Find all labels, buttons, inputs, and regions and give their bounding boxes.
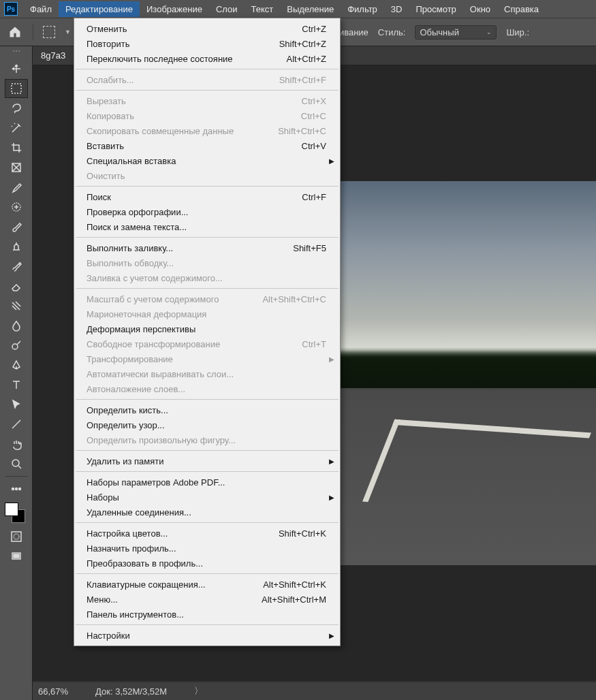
edit-toolbar-icon[interactable]	[5, 479, 28, 498]
menu-изображение[interactable]: Изображение	[140, 1, 209, 17]
home-icon[interactable]	[7, 24, 23, 40]
menu-справка[interactable]: Справка	[497, 1, 546, 17]
color-swatches[interactable]	[5, 503, 25, 523]
menu-item-масштаб-с-учетом-содержимого: Масштаб с учетом содержимогоAlt+Shift+Ct…	[74, 291, 340, 306]
hand-tool[interactable]	[5, 434, 28, 454]
style-select[interactable]: Обычный ⌄	[415, 25, 497, 39]
menu-item-автоматически-выравнивать-слои-: Автоматически выравнивать слои...	[74, 366, 340, 381]
menu-item-label: Определить узор...	[87, 420, 165, 430]
menu-item-удалить-из-памяти[interactable]: Удалить из памяти▶	[74, 454, 340, 468]
menu-item-меню-[interactable]: Меню...Alt+Shift+Ctrl+M	[74, 592, 340, 607]
menu-item-label: Выполнить обводку...	[87, 258, 174, 268]
menu-item-label: Марионеточная деформация	[87, 309, 206, 319]
menu-item-label: Назначить профиль...	[87, 543, 176, 554]
menu-item-отменить[interactable]: ОтменитьCtrl+Z	[74, 21, 340, 36]
dodge-tool[interactable]	[5, 336, 28, 355]
menu-item-настройка-цветов-[interactable]: Настройка цветов...Shift+Ctrl+K	[74, 526, 340, 541]
menu-выделение[interactable]: Выделение	[280, 1, 341, 17]
frame-tool[interactable]	[5, 158, 28, 177]
menu-item-label: Наборы	[87, 492, 119, 503]
menu-item-копировать: КопироватьCtrl+C	[74, 108, 340, 123]
path-selection-tool[interactable]	[5, 395, 28, 414]
menu-item-назначить-профиль-[interactable]: Назначить профиль...	[74, 541, 340, 556]
menu-item-выполнить-заливку-[interactable]: Выполнить заливку...Shift+F5	[74, 240, 340, 255]
menu-item-shortcut: Ctrl+V	[302, 141, 326, 151]
eraser-tool[interactable]	[5, 276, 28, 296]
menu-item-клавиатурные-сокращения-[interactable]: Клавиатурные сокращения...Alt+Shift+Ctrl…	[74, 577, 340, 592]
line-tool[interactable]	[5, 415, 28, 434]
menu-item-shortcut: Shift+Ctrl+C	[278, 126, 326, 136]
menu-item-проверка-орфографии-[interactable]: Проверка орфографии...	[74, 204, 340, 219]
lasso-tool[interactable]	[5, 99, 28, 118]
svg-point-4	[12, 460, 19, 466]
menu-item-shortcut: Ctrl+T	[302, 339, 326, 349]
menu-separator	[76, 237, 339, 238]
panel-grip[interactable]	[6, 50, 27, 54]
menu-item-переключить-последнее-состояние[interactable]: Переключить последнее состояниеAlt+Ctrl+…	[74, 51, 340, 66]
menu-item-label: Проверка орфографии...	[87, 207, 188, 217]
menu-item-панель-инструментов-[interactable]: Панель инструментов...	[74, 607, 340, 622]
menu-item-ослабить-: Ослабить...Shift+Ctrl+F	[74, 72, 340, 87]
menu-item-определить-кисть-[interactable]: Определить кисть...	[74, 402, 340, 417]
menu-просмотр[interactable]: Просмотр	[409, 1, 462, 17]
menu-item-shortcut: Shift+F5	[293, 243, 326, 253]
blur-tool[interactable]	[5, 316, 28, 335]
document-image	[341, 181, 596, 565]
doc-size[interactable]: Док: 3,52M/3,52M	[95, 686, 167, 697]
screen-mode-icon[interactable]	[5, 547, 28, 566]
menu-3d[interactable]: 3D	[384, 1, 409, 17]
menu-item-специальная-вставка[interactable]: Специальная вставка▶	[74, 153, 340, 168]
move-tool[interactable]	[5, 59, 28, 78]
zoom-level[interactable]: 66,67%	[38, 686, 68, 697]
menu-item-наборы-параметров-adobe-pdf-[interactable]: Наборы параметров Adobe PDF...	[74, 475, 340, 490]
chevron-down-icon[interactable]: ▼	[65, 29, 71, 35]
menu-item-преобразовать-в-профиль-[interactable]: Преобразовать в профиль...	[74, 556, 340, 571]
eyedropper-tool[interactable]	[5, 178, 28, 197]
menu-текст[interactable]: Текст	[245, 1, 281, 17]
menu-item-label: Специальная вставка	[87, 156, 176, 166]
marquee-preset-icon[interactable]	[43, 26, 55, 38]
menu-окно[interactable]: Окно	[463, 1, 497, 17]
history-brush-tool[interactable]	[5, 257, 28, 276]
brush-tool[interactable]	[5, 217, 28, 236]
type-tool[interactable]	[5, 375, 28, 394]
menu-item-label: Вырезать	[87, 96, 126, 106]
menu-item-удаленные-соединения-[interactable]: Удаленные соединения...	[74, 505, 340, 520]
menu-item-определить-узор-[interactable]: Определить узор...	[74, 417, 340, 432]
menu-item-деформация-перспективы[interactable]: Деформация перспективы	[74, 321, 340, 336]
menu-слои[interactable]: Слои	[209, 1, 245, 17]
svg-point-5	[12, 488, 14, 490]
pen-tool[interactable]	[5, 355, 28, 375]
menu-item-label: Очистить	[87, 171, 125, 181]
menu-item-настройки[interactable]: Настройки▶	[74, 628, 340, 643]
menu-item-поиск-и-замена-текста-[interactable]: Поиск и замена текста...	[74, 219, 340, 234]
menu-item-вставить[interactable]: ВставитьCtrl+V	[74, 138, 340, 153]
document-tab[interactable]: 8g7a3	[41, 50, 65, 61]
submenu-arrow-icon: ▶	[329, 355, 334, 363]
status-arrow-icon[interactable]: 〉	[194, 685, 203, 697]
menu-separator	[76, 624, 339, 625]
submenu-arrow-icon: ▶	[329, 458, 334, 465]
quick-mask-icon[interactable]	[5, 527, 28, 546]
menu-item-наборы[interactable]: Наборы▶	[74, 490, 340, 505]
healing-brush-tool[interactable]	[5, 197, 28, 217]
menu-item-label: Вставить	[87, 141, 124, 151]
magic-wand-tool[interactable]	[5, 118, 28, 138]
clone-stamp-tool[interactable]	[5, 237, 28, 256]
svg-rect-0	[12, 84, 21, 93]
submenu-arrow-icon: ▶	[329, 494, 334, 501]
menu-item-поиск[interactable]: ПоискCtrl+F	[74, 189, 340, 204]
menu-item-выполнить-обводку-: Выполнить обводку...	[74, 255, 340, 270]
zoom-tool[interactable]	[5, 454, 28, 473]
menu-item-скопировать-совмещенные-данные: Скопировать совмещенные данныеShift+Ctrl…	[74, 123, 340, 138]
gradient-tool[interactable]	[5, 296, 28, 315]
menu-item-label: Трансформирование	[87, 354, 173, 364]
menu-фильтр[interactable]: Фильтр	[341, 1, 384, 17]
menu-редактирование[interactable]: Редактирование	[59, 1, 140, 17]
crop-tool[interactable]	[5, 138, 28, 157]
menu-item-повторить[interactable]: ПовторитьShift+Ctrl+Z	[74, 36, 340, 51]
marquee-tool[interactable]	[5, 79, 28, 98]
menu-item-label: Преобразовать в профиль...	[87, 558, 203, 569]
menu-файл[interactable]: Файл	[23, 1, 59, 17]
menu-item-shortcut: Ctrl+X	[302, 96, 326, 106]
